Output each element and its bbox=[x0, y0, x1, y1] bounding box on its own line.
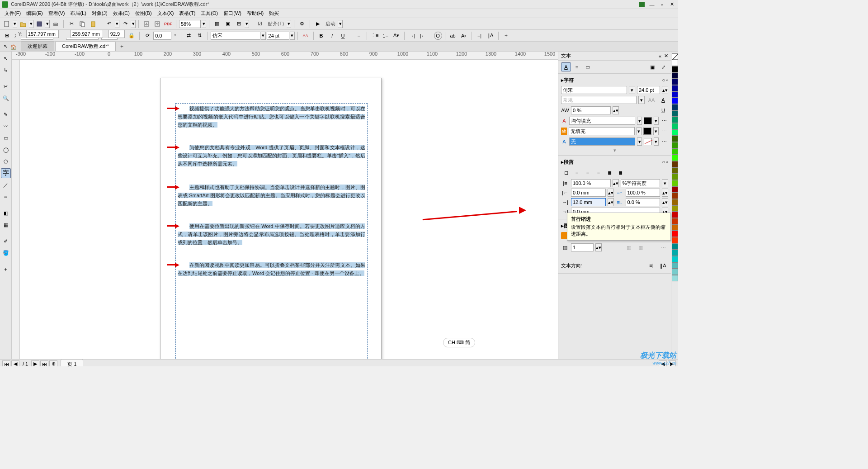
zoom-tool[interactable]: 🔍 bbox=[1, 93, 11, 103]
docker-kerning-spinner[interactable]: ▴▾ bbox=[613, 106, 619, 114]
print-button[interactable] bbox=[51, 19, 61, 29]
paste-button[interactable] bbox=[88, 19, 98, 29]
menu-6[interactable]: 位图(B) bbox=[132, 9, 155, 18]
obj-h-input[interactable] bbox=[71, 30, 103, 38]
transparency-tool[interactable]: ▦ bbox=[1, 220, 11, 230]
palette-swatch[interactable] bbox=[672, 237, 678, 243]
docker-fill-input[interactable] bbox=[569, 117, 635, 125]
nav-first-button[interactable]: ⏮ bbox=[2, 360, 10, 367]
palette-swatch[interactable] bbox=[672, 142, 678, 148]
new-doc-dropdown[interactable]: ▾ bbox=[13, 20, 17, 28]
line-height-input[interactable] bbox=[571, 179, 611, 187]
dir-vertical-button[interactable]: ‖A bbox=[658, 261, 668, 270]
indent-dec-button[interactable]: |← bbox=[418, 31, 428, 41]
minimize-button[interactable]: — bbox=[647, 1, 656, 8]
dir-horizontal-button[interactable]: ≡| bbox=[646, 261, 656, 270]
palette-swatch[interactable] bbox=[672, 72, 678, 79]
palette-swatch[interactable] bbox=[672, 193, 678, 199]
palette-swatch[interactable] bbox=[672, 218, 678, 224]
obj-y-input[interactable] bbox=[26, 30, 59, 38]
paragraph[interactable]: 在新的阅读视图中阅读更加容易。可以折叠文档某些部分并关注所需文本。如果在达到结尾… bbox=[178, 261, 365, 282]
paragraph-text[interactable]: 在新的阅读视图中阅读更加容易。可以折叠文档某些部分并关注所需文本。如果在达到结尾… bbox=[178, 262, 365, 276]
palette-swatch[interactable] bbox=[672, 224, 678, 231]
align-right-button[interactable]: ≡ bbox=[594, 168, 604, 177]
before-para-spinner[interactable]: ▴▾ bbox=[662, 189, 668, 197]
character-section-header[interactable]: ▸ 字符○ ▫ bbox=[561, 76, 668, 85]
variable-fonts-button[interactable]: AA bbox=[301, 31, 311, 41]
options-button[interactable]: ⚙ bbox=[297, 19, 307, 29]
undo-button[interactable]: ↶ bbox=[104, 19, 114, 29]
palette-swatch[interactable] bbox=[672, 117, 678, 123]
palette-swatch[interactable] bbox=[672, 91, 678, 98]
font-size-input[interactable] bbox=[267, 32, 289, 40]
after-para-input[interactable] bbox=[626, 198, 660, 206]
first-line-indent-spinner[interactable]: ▴▾ bbox=[608, 198, 614, 206]
bullet-list-button[interactable]: ⋮≡ bbox=[370, 31, 380, 41]
paragraph-text[interactable]: 为使您的文档具有专业外观，Word 提供了页眉、页脚、封面和文本框设计，这些设计… bbox=[178, 145, 365, 166]
menu-9[interactable]: 工具(O) bbox=[198, 9, 221, 18]
palette-swatch[interactable] bbox=[672, 66, 678, 72]
palette-swatch[interactable] bbox=[672, 155, 678, 161]
mirror-v-button[interactable]: ⇅ bbox=[195, 31, 205, 41]
bgfill-more-button[interactable]: ⋯ bbox=[660, 127, 668, 136]
docker-fontsize-input[interactable] bbox=[637, 86, 660, 94]
polygon-tool[interactable]: ⬠ bbox=[1, 156, 11, 166]
align-left-button[interactable]: ≡ bbox=[572, 168, 582, 177]
palette-no-color[interactable] bbox=[672, 53, 678, 60]
tab-welcome[interactable]: 欢迎屏幕 bbox=[21, 41, 54, 51]
text-frame-button[interactable]: A▫ bbox=[459, 31, 469, 41]
canvas[interactable]: 视频提供了功能强大的方法帮助您证明您的观点。当您单击联机视频时，可以在想要添加的… bbox=[20, 60, 558, 359]
docker-close-icon[interactable]: ✕ bbox=[664, 53, 668, 59]
fill-tool[interactable]: 🪣 bbox=[1, 248, 11, 258]
paragraph-text[interactable]: 主题和样式也有助于文档保持协调。当您单击设计并选择新的主题时，图片、图表或 Sm… bbox=[178, 185, 365, 206]
home-tab[interactable]: 🏠 bbox=[9, 43, 18, 51]
align-force-button[interactable]: ≣ bbox=[615, 168, 625, 177]
underline-button[interactable]: U bbox=[338, 31, 348, 41]
left-indent-input[interactable] bbox=[571, 189, 606, 197]
palette-swatch[interactable] bbox=[672, 269, 678, 275]
menu-12[interactable]: 购买 bbox=[266, 9, 282, 18]
menu-11[interactable]: 帮助(H) bbox=[244, 9, 266, 18]
launch-icon[interactable]: ▶ bbox=[313, 19, 323, 29]
pick-tool-hint[interactable]: ↖ bbox=[2, 41, 9, 51]
menu-4[interactable]: 对象(J) bbox=[89, 9, 110, 18]
align-horizontal-button[interactable]: ≡ bbox=[354, 31, 364, 41]
paragraph[interactable]: 视频提供了功能强大的方法帮助您证明您的观点。当您单击联机视频时，可以在想要添加的… bbox=[178, 104, 365, 133]
palette-swatch[interactable] bbox=[672, 167, 678, 174]
docker-bgfill-input[interactable] bbox=[569, 127, 635, 135]
palette-swatch[interactable] bbox=[672, 110, 678, 117]
nav-next-button[interactable]: ▶ bbox=[31, 360, 39, 367]
zoom-input[interactable] bbox=[179, 20, 201, 28]
redo-button[interactable]: ↷ bbox=[120, 19, 130, 29]
docker-fontstyle-dropdown[interactable]: ▾ bbox=[638, 96, 645, 104]
palette-swatch[interactable] bbox=[672, 98, 678, 104]
palette-swatch[interactable] bbox=[672, 136, 678, 142]
rotation-input[interactable] bbox=[153, 32, 171, 40]
after-para-spinner[interactable]: ▴▾ bbox=[662, 198, 668, 206]
cut-button[interactable]: ✂ bbox=[66, 19, 76, 29]
palette-swatch[interactable] bbox=[672, 180, 678, 186]
outline-color-dropdown[interactable]: ▾ bbox=[654, 137, 659, 146]
nav-add-page-button[interactable]: ⊕ bbox=[49, 360, 57, 367]
docker-kerning-input[interactable] bbox=[571, 106, 611, 114]
ellipse-tool[interactable]: ◯ bbox=[1, 145, 11, 155]
char-expand-icon[interactable]: ▾ bbox=[561, 147, 668, 153]
object-origin-icon[interactable]: ⊞ bbox=[2, 31, 12, 41]
columns-input[interactable] bbox=[571, 243, 594, 251]
bgfill-color-chip[interactable] bbox=[643, 128, 651, 135]
first-line-indent-input[interactable] bbox=[571, 198, 606, 206]
docker-fontsize-spinner[interactable]: ▴▾ bbox=[662, 86, 668, 94]
menu-0[interactable]: 文件(F) bbox=[2, 9, 24, 18]
palette-swatch[interactable] bbox=[672, 129, 678, 136]
before-para-input[interactable] bbox=[626, 189, 660, 197]
underline-options-icon[interactable]: A bbox=[658, 95, 668, 104]
close-button[interactable]: ✕ bbox=[667, 1, 676, 8]
undo-dropdown[interactable]: ▾ bbox=[115, 20, 119, 28]
export-button[interactable] bbox=[152, 19, 162, 29]
copy-button[interactable] bbox=[77, 19, 87, 29]
menu-1[interactable]: 编辑(E) bbox=[24, 9, 46, 18]
snap-dropdown[interactable]: ▾ bbox=[287, 20, 291, 28]
text-tool[interactable]: 字 bbox=[1, 168, 11, 178]
menu-2[interactable]: 查看(V) bbox=[46, 9, 68, 18]
align-none-button[interactable]: ⊟ bbox=[561, 168, 571, 177]
